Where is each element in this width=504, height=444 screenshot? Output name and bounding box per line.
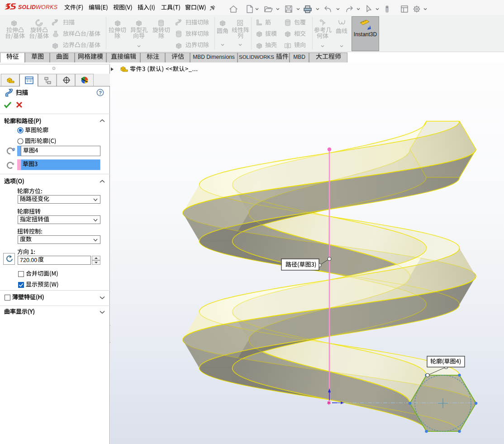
svg-text:?: ? (99, 90, 102, 95)
svg-text:0: 0 (13, 147, 15, 152)
svg-text:WORKS: WORKS (36, 4, 58, 10)
svg-text:SOLID: SOLID (18, 4, 36, 10)
